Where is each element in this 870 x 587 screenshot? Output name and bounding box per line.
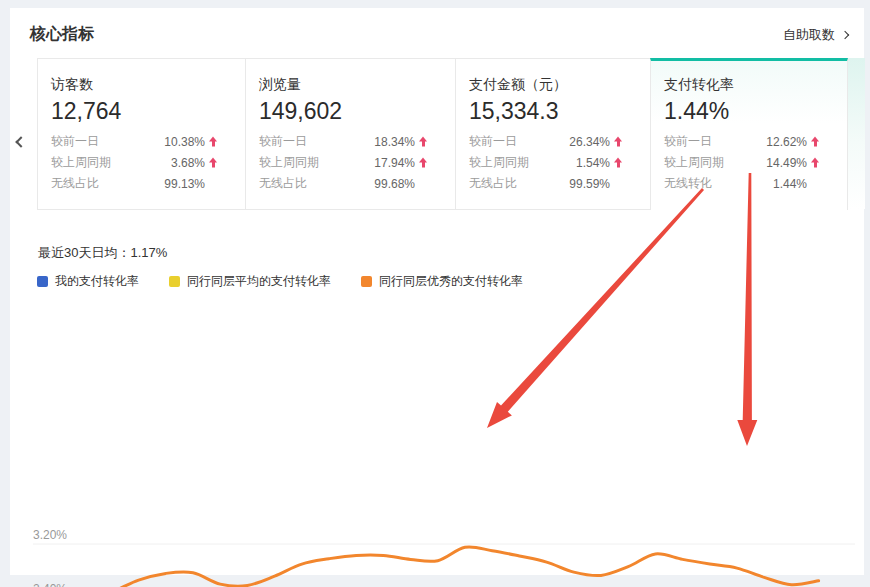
card-row: 较上周同期 17.94% (259, 152, 415, 173)
row-value: 99.68% (374, 177, 415, 191)
row-label: 较前一日 (259, 133, 307, 150)
chart-section: 最近30天日均：1.17% 我的支付转化率 同行同层平均的支付转化率 同行同层优… (10, 236, 864, 290)
legend-item-peer-excellent[interactable]: 同行同层优秀的支付转化率 (361, 273, 523, 290)
row-value: 1.54% (576, 156, 610, 170)
chevron-right-icon (841, 30, 849, 38)
card-row: 较前一日 26.34% (469, 131, 610, 152)
row-label: 较上周同期 (259, 154, 319, 171)
card-title: 浏览量 (259, 74, 415, 94)
row-label: 较前一日 (51, 133, 99, 150)
legend-swatch-blue (37, 276, 48, 287)
legend-label: 同行同层平均的支付转化率 (187, 273, 331, 290)
card-row: 无线转化 1.44% (664, 173, 807, 194)
row-value: 18.34% (374, 135, 415, 149)
card-value: 149,602 (259, 96, 415, 126)
row-label: 较上周同期 (664, 154, 724, 171)
svg-text:3.20%: 3.20% (33, 528, 67, 542)
up-arrow-icon (614, 136, 623, 147)
up-arrow-icon (419, 157, 428, 168)
up-arrow-icon (811, 157, 820, 168)
row-label: 无线占比 (469, 175, 517, 192)
self-service-data-link[interactable]: 自助取数 (783, 26, 848, 44)
card-title: 访客数 (51, 74, 205, 94)
row-label: 较上周同期 (469, 154, 529, 171)
card-payment-amount[interactable]: 支付金额（元） 15,334.3 较前一日 26.34% 较上周同期 1.54%… (455, 58, 650, 210)
card-row: 无线占比 99.59% (469, 173, 610, 194)
row-value: 10.38% (164, 135, 205, 149)
card-row: 较上周同期 14.49% (664, 152, 807, 173)
panel-header: 核心指标 自助取数 (10, 8, 864, 45)
svg-text:2.40%: 2.40% (33, 582, 67, 587)
card-row: 较上周同期 3.68% (51, 152, 205, 173)
chart-legend: 我的支付转化率 同行同层平均的支付转化率 同行同层优秀的支付转化率 (10, 273, 864, 290)
card-row: 较前一日 10.38% (51, 131, 205, 152)
card-value: 1.44% (664, 96, 807, 126)
core-metrics-panel: 核心指标 自助取数 访客数 12,764 较前一日 10.38% 较上周同期 3… (10, 8, 864, 575)
page-title: 核心指标 (30, 24, 94, 45)
up-arrow-icon (209, 136, 218, 147)
row-label: 无线占比 (259, 175, 307, 192)
line-chart: 0.00%0.80%1.60%2.40%3.20%04-0204-0504-08… (10, 524, 862, 587)
card-pageviews[interactable]: 浏览量 149,602 较前一日 18.34% 较上周同期 17.94% 无线占… (245, 58, 455, 210)
row-label: 较上周同期 (51, 154, 111, 171)
legend-item-peer-average[interactable]: 同行同层平均的支付转化率 (169, 273, 331, 290)
up-arrow-icon (811, 136, 820, 147)
legend-swatch-yellow (169, 276, 180, 287)
row-value: 1.44% (773, 177, 807, 191)
card-value: 15,334.3 (469, 96, 610, 126)
metric-cards-row: 访客数 12,764 较前一日 10.38% 较上周同期 3.68% 无线占比 … (37, 58, 848, 210)
legend-swatch-orange (361, 276, 372, 287)
up-arrow-icon (209, 157, 218, 168)
row-value: 14.49% (766, 156, 807, 170)
legend-item-my-rate[interactable]: 我的支付转化率 (37, 273, 139, 290)
row-value: 3.68% (171, 156, 205, 170)
legend-label: 我的支付转化率 (55, 273, 139, 290)
row-label: 无线转化 (664, 175, 712, 192)
up-arrow-icon (419, 136, 428, 147)
row-value: 17.94% (374, 156, 415, 170)
card-title: 支付金额（元） (469, 74, 610, 94)
card-conversion-rate[interactable]: 支付转化率 1.44% 较前一日 12.62% 较上周同期 14.49% 无线转… (650, 58, 848, 210)
card-row: 较上周同期 1.54% (469, 152, 610, 173)
row-label: 无线占比 (51, 175, 99, 192)
row-value: 99.13% (164, 177, 205, 191)
card-value: 12,764 (51, 96, 205, 126)
row-label: 较前一日 (469, 133, 517, 150)
card-row: 无线占比 99.68% (259, 173, 415, 194)
cards-fade (848, 58, 865, 209)
card-title: 支付转化率 (664, 74, 807, 94)
up-arrow-icon (614, 157, 623, 168)
card-row: 较前一日 12.62% (664, 131, 807, 152)
row-value: 26.34% (569, 135, 610, 149)
chart-average-label: 最近30天日均：1.17% (10, 244, 864, 262)
card-visitors[interactable]: 访客数 12,764 较前一日 10.38% 较上周同期 3.68% 无线占比 … (37, 58, 245, 210)
row-label: 较前一日 (664, 133, 712, 150)
row-value: 12.62% (766, 135, 807, 149)
card-row: 较前一日 18.34% (259, 131, 415, 152)
card-row: 无线占比 99.13% (51, 173, 205, 194)
carousel-prev-button[interactable] (12, 130, 30, 154)
row-value: 99.59% (569, 177, 610, 191)
self-service-data-label: 自助取数 (783, 26, 835, 44)
chevron-left-icon (15, 136, 26, 147)
legend-label: 同行同层优秀的支付转化率 (379, 273, 523, 290)
